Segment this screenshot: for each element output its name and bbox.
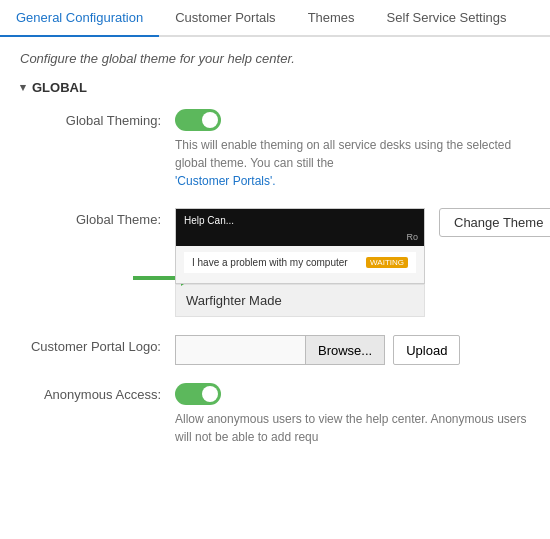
anonymous-access-row: Anonymous Access: Allow anonymous users … xyxy=(20,383,530,446)
arrow-line xyxy=(133,276,181,280)
customer-portal-logo-control: Browse... Upload xyxy=(175,335,530,365)
logo-file-input[interactable] xyxy=(175,335,305,365)
global-theming-row: Global Theming: This will enable theming… xyxy=(20,109,530,190)
global-theming-label: Global Theming: xyxy=(20,109,175,128)
section-label: GLOBAL xyxy=(32,80,87,95)
main-content: Configure the global theme for your help… xyxy=(0,37,550,478)
page-subtitle: Configure the global theme for your help… xyxy=(20,51,530,66)
tab-themes[interactable]: Themes xyxy=(292,0,371,35)
preview-body: I have a problem with my computer WAITIN… xyxy=(176,246,424,283)
tab-customer-portals[interactable]: Customer Portals xyxy=(159,0,291,35)
preview-ticket: I have a problem with my computer WAITIN… xyxy=(184,252,416,273)
chevron-down-icon: ▾ xyxy=(20,81,26,94)
anonymous-access-toggle[interactable] xyxy=(175,383,221,405)
ticket-text: I have a problem with my computer xyxy=(192,257,348,268)
tab-self-service-settings[interactable]: Self Service Settings xyxy=(371,0,523,35)
anonymous-access-info: Allow anonymous users to view the help c… xyxy=(175,410,530,446)
toggle-track xyxy=(175,109,221,131)
preview-nav-item: Ro xyxy=(406,232,418,242)
preview-header: Help Can... xyxy=(176,209,424,232)
global-theming-toggle[interactable] xyxy=(175,109,221,131)
global-theming-control: This will enable theming on all service … xyxy=(175,109,530,190)
global-section-header[interactable]: ▾ GLOBAL xyxy=(20,80,530,95)
tab-bar: General Configuration Customer Portals T… xyxy=(0,0,550,37)
global-theme-control: Help Can... Ro I have a problem with my … xyxy=(175,208,550,317)
theme-area: Help Can... Ro I have a problem with my … xyxy=(175,208,550,317)
upload-button[interactable]: Upload xyxy=(393,335,460,365)
logo-input-group: Browse... Upload xyxy=(175,335,530,365)
customer-portal-logo-row: Customer Portal Logo: Browse... Upload xyxy=(20,335,530,365)
preview-nav: Ro xyxy=(176,232,424,246)
global-theme-row: Global Theme: Help Can... Ro xyxy=(20,208,530,317)
customer-portal-logo-label: Customer Portal Logo: xyxy=(20,335,175,354)
theme-preview: Help Can... Ro I have a problem with my … xyxy=(175,208,425,284)
anonymous-access-label: Anonymous Access: xyxy=(20,383,175,402)
browse-button[interactable]: Browse... xyxy=(305,335,385,365)
global-theme-label: Global Theme: xyxy=(20,208,175,227)
global-theming-info: This will enable theming on all service … xyxy=(175,136,530,190)
anonymous-access-control: Allow anonymous users to view the help c… xyxy=(175,383,530,446)
tab-general-configuration[interactable]: General Configuration xyxy=(0,0,159,37)
customer-portals-link[interactable]: 'Customer Portals'. xyxy=(175,174,276,188)
toggle-track-anon xyxy=(175,383,221,405)
preview-logo: Help Can... xyxy=(184,215,234,226)
ticket-badge: WAITING xyxy=(366,257,408,268)
theme-name-box: Warfighter Made xyxy=(175,284,425,317)
change-theme-button[interactable]: Change Theme xyxy=(439,208,550,237)
theme-preview-container: Help Can... Ro I have a problem with my … xyxy=(175,208,425,317)
